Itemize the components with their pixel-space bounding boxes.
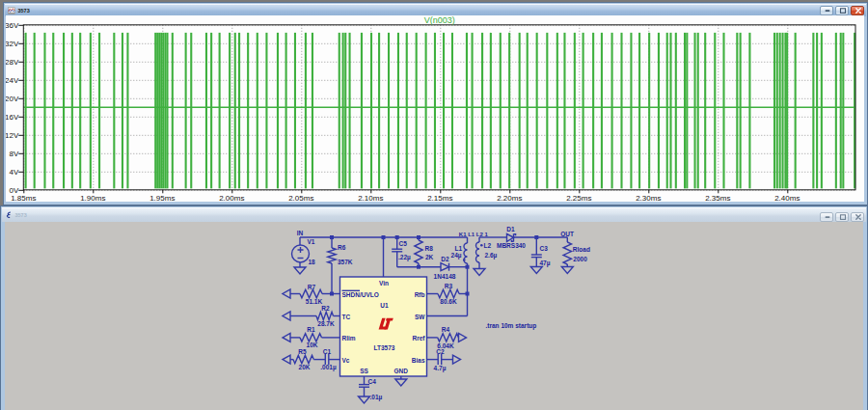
svg-text:R8: R8 [425,245,434,252]
component-R5[interactable]: R520K [283,348,325,370]
component-C4[interactable]: C4.01µ [359,376,383,403]
svg-text:357K: 357K [338,259,353,265]
svg-text:18: 18 [309,259,316,265]
svg-text:24µ: 24µ [451,252,462,260]
svg-text:SHDN/UVLO: SHDN/UVLO [342,291,379,298]
svg-text:D1: D1 [506,226,515,232]
component-R2[interactable]: R228.7K [283,305,340,327]
svg-text:C3: C3 [540,245,549,252]
component-R8[interactable]: R82K [415,237,434,267]
svg-text:MBRS340: MBRS340 [497,242,526,249]
waveform-window-icon [8,7,15,14]
svg-text:R6: R6 [338,244,346,251]
svg-text:4.7µ: 4.7µ [434,365,447,372]
svg-text:28.7K: 28.7K [317,320,335,327]
component-V1[interactable]: V118 [292,237,316,274]
svg-text:SS: SS [360,368,368,374]
svg-text:2.35ms: 2.35ms [705,194,730,203]
svg-text:2.10ms: 2.10ms [358,194,383,203]
svg-text:LT3573: LT3573 [374,344,395,351]
axis-labels: 36V32V28V24V20V16V12V8V4V0V1.85ms1.90ms1… [6,21,800,204]
svg-text:2.00ms: 2.00ms [219,194,244,203]
svg-text:Rref: Rref [412,335,425,342]
svg-text:32V: 32V [6,40,19,48]
svg-text:51.1K: 51.1K [306,298,323,305]
svg-text:36V: 36V [6,21,19,30]
svg-text:1.85ms: 1.85ms [11,194,36,203]
schematic-window[interactable]: 3573 VinSHDN/UVLORfbU1TCSWRlimRrefLT3573… [0,205,868,410]
coupling-statement[interactable]: K1 L1 L2 1 [459,232,489,237]
svg-text:D2: D2 [441,256,449,262]
svg-text:.001µ: .001µ [320,364,337,371]
svg-text:2.6µ: 2.6µ [485,252,498,260]
svg-text:L1: L1 [454,245,462,252]
svg-text:R5: R5 [298,348,307,355]
maximize-button[interactable] [835,6,849,15]
component-Rload[interactable]: Rload2000 [561,242,590,274]
waveform-window[interactable]: 3573 36V32V28V24V20V16V12V8V4V0V1.85ms1.… [3,2,868,205]
svg-text:2.30ms: 2.30ms [636,194,661,203]
trace-label[interactable]: V(n003) [424,15,455,25]
component-R4[interactable]: R46.04K [427,326,467,349]
schematic-window-icon [5,211,13,219]
svg-text:R7: R7 [308,284,316,290]
svg-text:80.6K: 80.6K [440,298,457,305]
schematic-close-button[interactable] [851,212,864,222]
schematic-titlebar[interactable]: 3573 [2,207,866,222]
svg-text:24V: 24V [6,76,19,85]
component-C5[interactable]: C5.22µ [392,237,411,267]
svg-text:Bias: Bias [412,357,425,364]
trace-vn003[interactable] [23,33,855,189]
ltspice-application: 3573 36V32V28V24V20V16V12V8V4V0V1.85ms1.… [0,0,868,410]
schematic-minimize-button[interactable] [820,212,833,222]
component-R3[interactable]: R380.6K [427,283,468,305]
svg-text:.22µ: .22µ [398,254,411,261]
schematic-drawing: VinSHDN/UVLORfbU1TCSWRlimRrefLT3573VcBia… [5,222,865,410]
svg-text:SW: SW [415,314,425,320]
svg-text:.tran 10m startup: .tran 10m startup [486,322,537,330]
component-U1-LT3573[interactable]: VinSHDN/UVLORfbU1TCSWRlimRrefLT3573VcBia… [340,277,427,376]
component-R1[interactable]: R110K [283,326,340,348]
svg-text:47µ: 47µ [540,260,551,267]
svg-text:20K: 20K [299,364,311,370]
svg-text:20V: 20V [6,95,19,103]
svg-text:1.95ms: 1.95ms [149,194,175,203]
svg-text:U1: U1 [380,302,389,309]
close-button[interactable] [851,6,864,15]
svg-text:K1 L1 L2 1: K1 L1 L2 1 [459,232,489,237]
svg-text:C4: C4 [368,378,377,385]
svg-text:2.15ms: 2.15ms [427,194,452,203]
svg-text:Rlim: Rlim [342,335,356,342]
svg-text:Vin: Vin [379,280,389,287]
svg-text:V1: V1 [308,238,315,245]
svg-text:1.90ms: 1.90ms [80,194,105,203]
svg-text:2.05ms: 2.05ms [288,194,313,203]
component-C2[interactable]: C24.7µ [427,348,461,371]
svg-text:Rfb: Rfb [415,291,425,298]
svg-text:C1: C1 [323,348,332,355]
gnd-pin[interactable] [395,376,407,386]
svg-text:Rload: Rload [573,246,590,253]
svg-text:R3: R3 [445,283,453,289]
schematic-canvas[interactable]: VinSHDN/UVLORfbU1TCSWRlimRrefLT3573VcBia… [5,222,863,410]
svg-text:12V: 12V [6,131,19,140]
svg-text:1N4148: 1N4148 [434,273,456,280]
schematic-maximize-button[interactable] [835,212,849,222]
svg-text:R2: R2 [321,305,330,312]
net-labels[interactable]: INOUT [297,230,574,237]
waveform-plot-area[interactable]: 36V32V28V24V20V16V12V8V4V0V1.85ms1.90ms1… [6,15,864,202]
svg-text:2000: 2000 [573,256,587,262]
svg-text:R4: R4 [442,326,450,333]
schematic-window-title: 3573 [15,212,27,218]
svg-text:8V: 8V [10,150,19,158]
svg-text:C5: C5 [399,240,408,247]
svg-text:C2: C2 [436,348,445,355]
svg-text:TC: TC [342,314,351,320]
spice-directive[interactable]: .tran 10m startup [486,322,537,330]
component-L2[interactable]: L22.6µ [474,237,498,276]
component-L1[interactable]: L124µ [451,237,468,267]
minimize-button[interactable] [820,6,833,15]
svg-text:10K: 10K [307,342,318,348]
svg-text:2.25ms: 2.25ms [566,194,591,203]
component-C3[interactable]: C347µ [530,237,550,274]
